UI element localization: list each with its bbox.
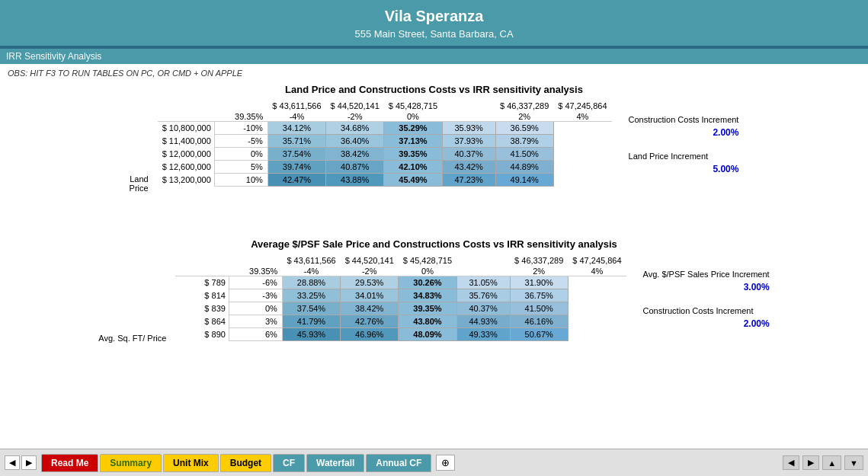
cell-value: 38.79%: [495, 135, 553, 148]
cell-value: 47.23%: [442, 174, 495, 187]
table2-col3-h2: 0%: [399, 265, 456, 276]
tab-budget[interactable]: Budget: [220, 454, 271, 472]
footer: ◀ ▶ Read Me Summary Unit Mix Budget CF W…: [0, 449, 868, 476]
row-label-price: $ 839: [175, 302, 229, 315]
table1-col1-h1: $ 43,611,566: [267, 100, 325, 110]
row-label-price: $ 814: [175, 289, 229, 302]
cell-value: 50.67%: [510, 328, 568, 341]
table2-pct-label: 39.35%: [175, 265, 282, 276]
cell-value: 44.89%: [495, 161, 553, 174]
cell-value: 40.37%: [456, 302, 510, 315]
header: Vila Speranza 555 Main Street, Santa Bar…: [0, 0, 868, 46]
cell-value: 45.49%: [384, 174, 442, 187]
table2-title: Average $/PSF Sale Price and Constructio…: [8, 238, 860, 250]
table1-container: Land Price $ 43,611,566 $ 44,520,141 $ 4…: [8, 100, 860, 229]
tab-waterfall[interactable]: Waterfall: [306, 454, 364, 472]
cell-value: 36.40%: [326, 135, 384, 148]
row-label-price: $ 12,000,000: [158, 148, 215, 161]
table1-col3-h1: $ 45,428,715: [384, 100, 442, 110]
table1-left-labels: Land Price: [130, 100, 149, 229]
tab-unitmix[interactable]: Unit Mix: [163, 454, 219, 472]
table-row: $ 8906%45.93%46.96%48.09%49.33%50.67%: [175, 328, 626, 341]
table2-right-labels: Avg. $/PSF Sales Price Increment 3.00% C…: [643, 254, 770, 329]
tab-readme[interactable]: Read Me: [41, 454, 98, 472]
cell-value: 43.88%: [326, 174, 384, 187]
row-label-price: $ 864: [175, 315, 229, 328]
table1-section: Land Price and Constructions Costs vs IR…: [8, 84, 860, 229]
cell-value: 38.42%: [326, 148, 384, 161]
row-label-pct: 0%: [229, 302, 282, 315]
cell-value: 41.50%: [510, 302, 568, 315]
row-label-price: $ 12,600,000: [158, 161, 215, 174]
app-subtitle: 555 Main Street, Santa Barbara, CA: [0, 28, 868, 40]
row-label-pct: 6%: [229, 328, 282, 341]
section-label: IRR Sensitivity Analysis: [0, 49, 868, 64]
scroll-left-btn[interactable]: ◀: [783, 455, 799, 470]
table2-empty-header: [175, 254, 282, 265]
cell-value: 38.42%: [341, 302, 399, 315]
app-title: Vila Speranza: [0, 8, 868, 25]
tab-cf[interactable]: CF: [273, 454, 305, 472]
table1-sub-label: Price: [130, 184, 149, 193]
row-label-pct: 3%: [229, 315, 282, 328]
cell-value: 46.96%: [341, 328, 399, 341]
table2-col5-h1: $ 46,337,289: [510, 254, 568, 265]
cell-value: 29.53%: [341, 276, 399, 289]
table1-col6-h2: 4%: [553, 110, 611, 122]
row-label-pct: 0%: [214, 148, 267, 161]
table2-col6-h2: 4%: [568, 265, 626, 276]
cell-value: 42.10%: [384, 161, 442, 174]
table2-container: Avg. Sq. FT/ Price $ 43,611,566 $ 44,520…: [8, 254, 860, 384]
table-row: $ 789-6%28.88%29.53%30.26%31.05%31.90%: [175, 276, 626, 289]
table2: $ 43,611,566 $ 44,520,141 $ 45,428,715 $…: [175, 254, 626, 341]
row-label-price: $ 13,200,000: [158, 174, 215, 187]
table2-right-label2: Construction Costs Increment: [643, 306, 770, 315]
table2-left-labels: Avg. Sq. FT/ Price: [98, 254, 166, 384]
table2-col1-h1: $ 43,611,566: [282, 254, 340, 265]
table1-row-group-label: Land Price: [130, 174, 149, 193]
row-label-price: $ 10,800,000: [158, 122, 215, 135]
scroll-down-btn[interactable]: ▼: [844, 455, 863, 470]
cell-value: 41.79%: [282, 315, 340, 328]
table1: $ 43,611,566 $ 44,520,141 $ 45,428,715 $…: [158, 100, 612, 187]
row-label-pct: -3%: [229, 289, 282, 302]
cell-value: 35.71%: [267, 135, 325, 148]
nav-next-btn[interactable]: ▶: [21, 455, 37, 470]
cell-value: 34.01%: [341, 289, 399, 302]
table1-col6-h1: $ 47,245,864: [553, 100, 611, 110]
table1-col2-h1: $ 44,520,141: [326, 100, 384, 110]
cell-value: 37.93%: [442, 135, 495, 148]
tab-annualcf[interactable]: Annual CF: [366, 454, 431, 472]
nav-prev-btn[interactable]: ◀: [5, 455, 20, 470]
table1-right-label1: Construction Costs Increment: [629, 115, 739, 124]
cell-value: 34.68%: [326, 122, 384, 135]
table-row: $ 814-3%33.25%34.01%34.83%35.76%36.75%: [175, 289, 626, 302]
cell-value: 42.47%: [267, 174, 325, 187]
scroll-right-btn[interactable]: ▶: [802, 455, 819, 470]
cell-value: 43.42%: [442, 161, 495, 174]
cell-value: 36.59%: [495, 122, 553, 135]
tab-summary[interactable]: Summary: [100, 454, 162, 472]
table1-col4-h2: [442, 110, 495, 122]
cell-value: 49.33%: [456, 328, 510, 341]
table2-col3-h1: $ 45,428,715: [399, 254, 456, 265]
scroll-up-btn[interactable]: ▲: [822, 455, 841, 470]
table1-empty-header: [158, 100, 268, 110]
row-label-price: $ 11,400,000: [158, 135, 215, 148]
cell-value: 46.16%: [510, 315, 568, 328]
row-label-pct: 10%: [214, 174, 267, 187]
cell-value: 37.13%: [384, 135, 442, 148]
cell-value: 35.29%: [384, 122, 442, 135]
table2-col4-h2: [456, 265, 510, 276]
cell-value: 48.09%: [399, 328, 456, 341]
add-sheet-btn[interactable]: ⊕: [436, 455, 455, 471]
cell-value: 34.83%: [399, 289, 456, 302]
table2-header-row1: $ 43,611,566 $ 44,520,141 $ 45,428,715 $…: [175, 254, 626, 265]
table-row: $ 10,800,000-10%34.12%34.68%35.29%35.93%…: [158, 122, 612, 135]
cell-value: 40.37%: [442, 148, 495, 161]
row-label-pct: -5%: [214, 135, 267, 148]
cell-value: 28.88%: [282, 276, 340, 289]
table2-col2-h1: $ 44,520,141: [341, 254, 399, 265]
cell-value: 35.76%: [456, 289, 510, 302]
table-row: $ 8643%41.79%42.76%43.80%44.93%46.16%: [175, 315, 626, 328]
